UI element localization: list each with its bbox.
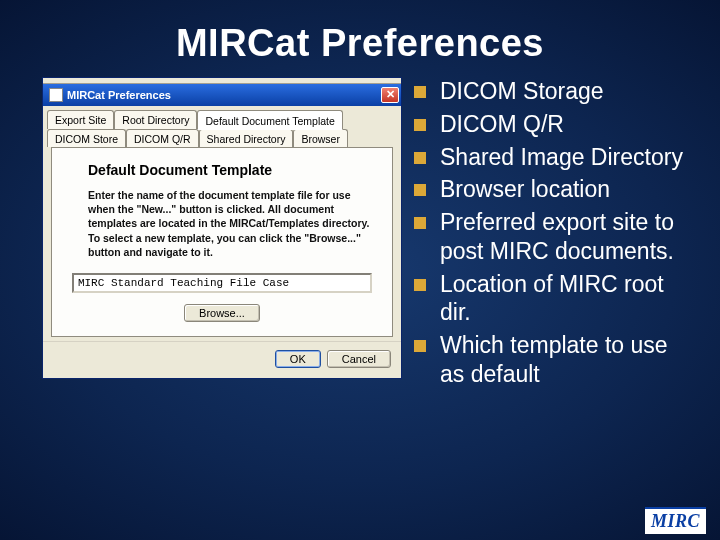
dialog-button-row: OK Cancel	[43, 341, 401, 378]
bullet-text: DICOM Storage	[440, 77, 604, 106]
tab-browser[interactable]: Browser	[293, 129, 348, 147]
preferences-dialog: MIRCat Preferences ✕ Export Site Root Di…	[42, 77, 402, 379]
ok-button[interactable]: OK	[275, 350, 321, 368]
bullet-icon	[414, 279, 426, 291]
app-icon	[49, 88, 63, 102]
dialog-tabs: Export Site Root Directory Default Docum…	[43, 106, 401, 337]
list-item: Shared Image Directory	[414, 143, 694, 172]
bullet-text: Which template to use as default	[440, 331, 694, 389]
tab-panel: Default Document Template Enter the name…	[51, 147, 393, 337]
tab-dicom-store[interactable]: DICOM Store	[47, 129, 126, 147]
list-item: Location of MIRC root dir.	[414, 270, 694, 328]
bullet-icon	[414, 340, 426, 352]
list-item: Which template to use as default	[414, 331, 694, 389]
bullet-icon	[414, 217, 426, 229]
browse-row: Browse...	[64, 303, 380, 322]
slide-title: MIRCat Preferences	[0, 0, 720, 65]
tab-row-front: DICOM Store DICOM Q/R Shared Directory B…	[47, 129, 397, 147]
list-item: Preferred export site to post MIRC docum…	[414, 208, 694, 266]
cancel-button[interactable]: Cancel	[327, 350, 391, 368]
browse-button[interactable]: Browse...	[184, 304, 260, 322]
bullet-text: Shared Image Directory	[440, 143, 683, 172]
bullet-text: DICOM Q/R	[440, 110, 564, 139]
close-icon[interactable]: ✕	[381, 87, 399, 103]
bullet-icon	[414, 152, 426, 164]
tab-root-directory[interactable]: Root Directory	[114, 110, 197, 129]
bullet-icon	[414, 184, 426, 196]
bullet-icon	[414, 86, 426, 98]
tab-dicom-qr[interactable]: DICOM Q/R	[126, 129, 199, 147]
tab-row-back: Export Site Root Directory Default Docum…	[47, 110, 397, 129]
bullet-icon	[414, 119, 426, 131]
tab-default-document-template[interactable]: Default Document Template	[197, 110, 342, 130]
dialog-title: MIRCat Preferences	[67, 89, 381, 101]
bullet-text: Preferred export site to post MIRC docum…	[440, 208, 694, 266]
panel-heading: Default Document Template	[88, 162, 380, 178]
mirc-logo: MIRC	[645, 507, 706, 534]
list-item: DICOM Storage	[414, 77, 694, 106]
bullet-text: Browser location	[440, 175, 610, 204]
list-item: DICOM Q/R	[414, 110, 694, 139]
bullet-text: Location of MIRC root dir.	[440, 270, 694, 328]
tab-export-site[interactable]: Export Site	[47, 110, 114, 129]
list-item: Browser location	[414, 175, 694, 204]
template-name-input[interactable]	[72, 273, 372, 293]
panel-body-text: Enter the name of the document template …	[88, 188, 374, 259]
tab-shared-directory[interactable]: Shared Directory	[199, 129, 294, 147]
bullet-list: DICOM Storage DICOM Q/R Shared Image Dir…	[414, 77, 694, 393]
slide-content: MIRCat Preferences ✕ Export Site Root Di…	[0, 65, 720, 393]
dialog-titlebar: MIRCat Preferences ✕	[43, 84, 401, 106]
